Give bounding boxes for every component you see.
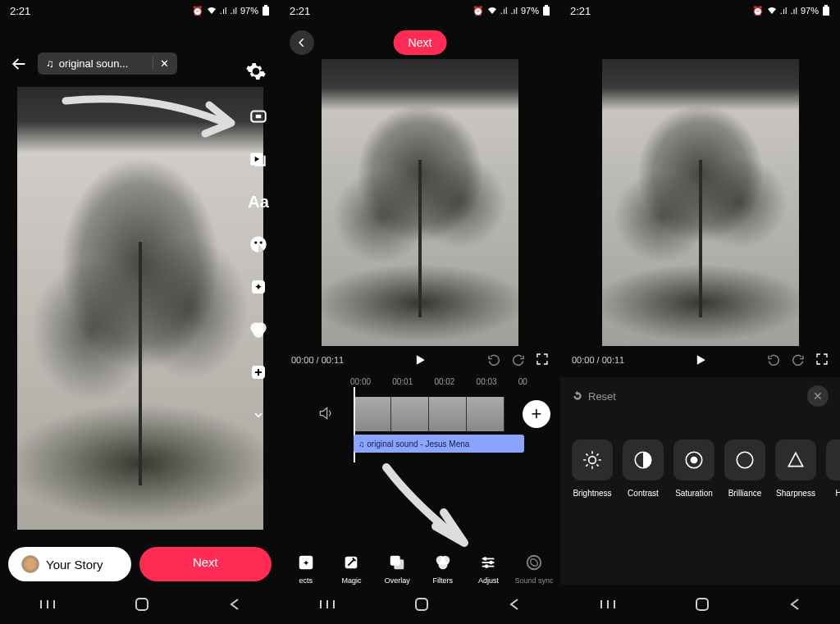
thumb <box>391 397 429 431</box>
alarm-icon: ⏰ <box>472 6 484 16</box>
adjust-brilliance[interactable]: Brilliance <box>724 440 765 498</box>
status-time: 2:21 <box>570 5 591 17</box>
adjust-sharpness[interactable]: Sharpness <box>775 440 816 498</box>
music-icon: ♫ <box>46 57 54 70</box>
speaker-icon[interactable] <box>317 405 334 421</box>
svg-rect-14 <box>136 599 148 610</box>
tool-effects[interactable]: ✦ects <box>285 552 326 585</box>
back-button[interactable] <box>290 30 314 55</box>
add-icon[interactable] <box>247 361 270 384</box>
svg-point-36 <box>737 452 753 468</box>
thumb <box>429 397 467 431</box>
status-bar: 2:21 ⏰ .ıl.ıl 97% <box>280 0 560 21</box>
flip-icon[interactable] <box>247 105 270 128</box>
adjust-saturation[interactable]: Saturation <box>673 440 714 498</box>
thumb <box>467 397 504 431</box>
text-icon[interactable]: Aa <box>247 190 270 213</box>
back-icon[interactable] <box>508 598 521 611</box>
thumb <box>354 397 391 431</box>
your-story-button[interactable]: Your Story <box>8 547 131 581</box>
alarm-icon: ⏰ <box>192 6 203 16</box>
tool-magic[interactable]: Magic <box>331 552 372 585</box>
tool-overlay[interactable]: Overlay <box>377 552 418 585</box>
reset-button[interactable]: Reset <box>572 390 616 403</box>
svg-text:✦: ✦ <box>254 281 262 293</box>
undo-icon[interactable] <box>486 353 501 367</box>
svg-rect-15 <box>543 7 550 16</box>
adjust-brightness[interactable]: Brightness <box>572 440 613 498</box>
your-story-label: Your Story <box>46 558 103 572</box>
adjust-contrast[interactable]: Contrast <box>623 440 664 498</box>
svg-rect-21 <box>394 559 404 569</box>
hue-icon <box>826 440 840 481</box>
home-icon[interactable] <box>134 596 150 613</box>
next-button[interactable]: Next <box>139 547 272 581</box>
video-preview[interactable] <box>0 74 280 542</box>
signal-icon-2: .ıl <box>510 6 518 16</box>
close-icon[interactable]: ✕ <box>153 57 169 70</box>
add-clip-button[interactable]: + <box>523 400 550 428</box>
sound-chip[interactable]: ♫ original soun... ✕ <box>38 52 177 75</box>
close-button[interactable]: ✕ <box>807 385 829 407</box>
sound-sync-icon <box>523 552 545 573</box>
filters-icon[interactable] <box>247 318 270 341</box>
tool-adjust[interactable]: Adjust <box>468 552 509 585</box>
fullscreen-icon[interactable] <box>536 353 549 367</box>
contrast-icon <box>623 440 664 481</box>
battery-text: 97% <box>801 6 819 16</box>
settings-button[interactable] <box>245 61 267 82</box>
wifi-icon <box>207 7 217 15</box>
signal-icon: .ıl <box>220 6 227 16</box>
tool-row: ✦ects Magic Overlay Filters Adjust Sound… <box>280 552 560 585</box>
video-preview[interactable] <box>602 59 799 346</box>
video-preview[interactable] <box>322 59 518 346</box>
brightness-icon <box>572 440 613 481</box>
android-nav <box>560 591 840 617</box>
status-right: ⏰ .ıl.ıl 97% <box>472 5 550 16</box>
timeline[interactable]: + ♫ original sound - Jesus Mena <box>280 394 560 459</box>
next-button[interactable]: Next <box>394 30 447 55</box>
back-button[interactable] <box>8 53 30 75</box>
tool-sound-sync[interactable]: Sound sync <box>514 552 555 585</box>
sound-chip-label: original soun... <box>59 57 129 70</box>
undo-icon[interactable] <box>766 353 781 367</box>
stickers-icon[interactable] <box>247 233 270 256</box>
filters-icon <box>432 552 454 573</box>
battery-icon <box>822 5 830 16</box>
screen-create: 2:21 ⏰ .ıl .ıl 97% ♫ original soun... ✕ <box>0 0 280 624</box>
alarm-icon: ⏰ <box>752 6 764 16</box>
recents-icon[interactable] <box>39 599 56 610</box>
back-icon[interactable] <box>228 598 241 611</box>
recents-icon[interactable] <box>600 599 616 610</box>
adjust-hue[interactable]: H <box>826 440 840 498</box>
avatar <box>21 555 39 573</box>
tool-filters[interactable]: Filters <box>422 552 463 585</box>
adjust-icon <box>477 552 499 573</box>
svg-point-6 <box>254 241 257 244</box>
status-bar: 2:21 ⏰ .ıl.ıl 97% <box>560 0 840 21</box>
recents-icon[interactable] <box>319 599 336 610</box>
fullscreen-icon[interactable] <box>815 353 829 367</box>
home-icon[interactable] <box>413 596 430 613</box>
redo-icon[interactable] <box>511 353 526 367</box>
play-button[interactable] <box>692 352 709 368</box>
signal-icon-2: .ıl <box>790 6 797 16</box>
audio-track[interactable]: ♫ original sound - Jesus Mena <box>354 435 524 453</box>
effects-icon[interactable]: ✦ <box>247 276 270 298</box>
redo-icon[interactable] <box>791 353 806 367</box>
svg-rect-37 <box>696 599 708 610</box>
back-icon[interactable] <box>788 598 801 611</box>
battery-text: 97% <box>521 6 539 16</box>
chevron-down-icon[interactable] <box>247 403 270 426</box>
clips-icon[interactable] <box>247 148 270 171</box>
android-nav <box>280 591 560 617</box>
brilliance-icon <box>724 440 765 481</box>
adjust-panel: Reset ✕ Brightness Contrast Saturation B… <box>560 377 840 585</box>
play-button[interactable] <box>412 352 428 368</box>
home-icon[interactable] <box>694 596 710 613</box>
sharpness-icon <box>775 440 816 481</box>
battery-text: 97% <box>240 6 258 16</box>
clip-strip[interactable] <box>354 397 504 431</box>
battery-icon <box>542 5 550 16</box>
android-nav <box>0 591 280 617</box>
